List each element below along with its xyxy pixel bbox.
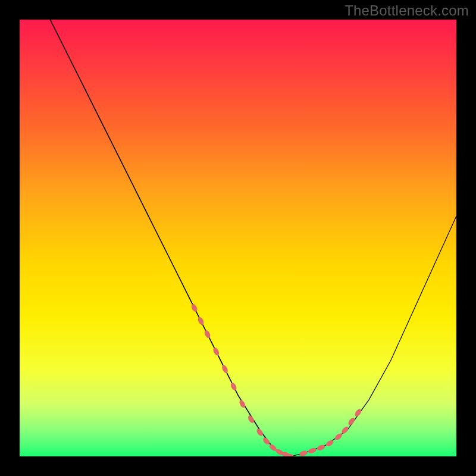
chart-stage: TheBottleneck.com	[0, 0, 476, 476]
curve-marker	[255, 428, 264, 437]
curve-marker	[212, 347, 220, 356]
curve-marker	[299, 450, 308, 456]
curve-marker	[347, 416, 356, 426]
markers-right	[299, 408, 362, 456]
curve-layer	[20, 20, 456, 456]
left-curve	[50, 20, 290, 456]
watermark-text: TheBottleneck.com	[345, 2, 469, 19]
curve-marker	[353, 408, 362, 418]
curve-marker	[221, 364, 228, 374]
curve-marker	[230, 382, 237, 392]
markers-left	[190, 303, 295, 456]
curve-marker	[203, 329, 211, 339]
curve-marker	[190, 303, 198, 312]
curve-marker	[197, 316, 205, 325]
plot-area	[20, 20, 456, 456]
curve-marker	[308, 447, 317, 455]
curve-marker	[316, 444, 325, 452]
right-curve	[290, 216, 456, 456]
curve-marker	[340, 425, 349, 435]
curve-marker	[262, 436, 271, 446]
